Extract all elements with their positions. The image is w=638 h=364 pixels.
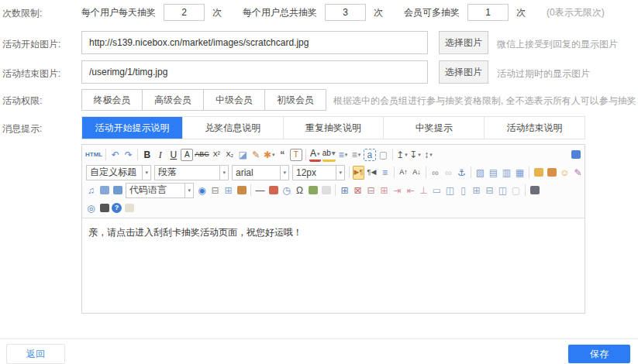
fullscreen-icon[interactable]	[570, 148, 581, 162]
iframe-icon[interactable]: ⊞	[222, 184, 234, 197]
split-cells-icon[interactable]: ⊞	[471, 184, 482, 197]
date-icon[interactable]	[267, 184, 279, 197]
bold-icon[interactable]: B	[141, 148, 153, 162]
message-tab-1[interactable]: 兑奖信息说明	[183, 117, 284, 139]
message-tab-0[interactable]: 活动开始提示说明	[82, 117, 183, 139]
daily-draw-input[interactable]	[164, 4, 205, 21]
delete-col-icon[interactable]: ⊥	[418, 184, 429, 197]
footer-bar: 返回 保存	[0, 338, 638, 364]
total-draw-input[interactable]	[325, 4, 366, 21]
image-center-icon[interactable]: ▦	[514, 166, 526, 180]
blockquote-icon[interactable]: “	[277, 148, 288, 162]
link-icon[interactable]: ∞	[429, 166, 441, 180]
message-tab-3[interactable]: 中奖提示	[384, 117, 485, 139]
insert-col-icon[interactable]: ⇥	[391, 184, 403, 197]
start-image-select-button[interactable]: 选择图片	[439, 31, 488, 54]
table-title-row-icon[interactable]: ⊞	[378, 184, 390, 197]
ltr-icon[interactable]: ▶¶	[353, 166, 364, 180]
page-doc-icon[interactable]: ▢	[510, 184, 522, 197]
insert-row-icon[interactable]: ⇤	[405, 184, 416, 197]
format-painter-icon[interactable]: ✎	[250, 148, 262, 162]
paragraph-spacing-icon[interactable]: ↧▾	[409, 148, 421, 162]
image-icon[interactable]	[533, 166, 544, 180]
horizontal-rule-icon[interactable]: —	[254, 184, 266, 197]
strikethrough-icon[interactable]: ABC	[195, 148, 209, 162]
anchor-icon[interactable]: ⚓	[456, 166, 467, 180]
unlink-icon[interactable]: ∞	[443, 166, 454, 180]
member-group-button-3[interactable]: 初级会员	[265, 89, 326, 111]
save-button[interactable]: 保存	[568, 345, 630, 363]
delete-table-icon[interactable]: ⊠	[352, 184, 364, 197]
help-icon[interactable]: ?	[112, 203, 122, 213]
insert-table-icon[interactable]: ⊞	[339, 184, 350, 197]
merge-right-icon[interactable]: ◫	[444, 184, 456, 197]
rtl-icon[interactable]: ¶◀	[366, 166, 378, 180]
preview-icon[interactable]: ◎	[85, 201, 97, 215]
redo-icon[interactable]: ↷	[122, 148, 134, 162]
char-border-icon[interactable]: A	[181, 149, 193, 161]
scrawl-icon[interactable]: ✎	[572, 166, 582, 180]
member-group-button-0[interactable]: 终极会员	[81, 89, 143, 111]
emotion-icon[interactable]: ☺	[559, 166, 571, 180]
member-group-button-2[interactable]: 中级会员	[204, 89, 265, 111]
code-language-select[interactable]: 代码语言▾	[126, 183, 194, 198]
font-color-icon[interactable]: A▾	[309, 148, 321, 162]
print-icon[interactable]	[529, 184, 540, 197]
split-row-icon[interactable]: ⊟	[484, 184, 495, 197]
chevron-down-icon: ▾	[418, 152, 421, 157]
page-break-icon[interactable]: ⊟	[209, 184, 221, 197]
table-caption-icon[interactable]: ⊟	[365, 184, 377, 197]
music-icon[interactable]: ♫	[85, 184, 97, 197]
italic-icon[interactable]: I	[154, 148, 166, 162]
highlight-color-icon[interactable]: ab▾	[322, 148, 336, 162]
blank-doc-icon[interactable]: ▢	[378, 148, 389, 162]
custom-title-select[interactable]: 自定义标题▾	[86, 165, 151, 180]
insert-video-icon[interactable]	[112, 184, 123, 197]
template-icon[interactable]	[320, 184, 332, 197]
line-height-icon[interactable]: ↕▾	[422, 148, 434, 162]
eraser-icon[interactable]: ◪	[237, 148, 249, 162]
unordered-list-icon[interactable]: ≡▾	[350, 148, 362, 162]
formula-icon[interactable]	[307, 184, 319, 197]
map-icon[interactable]: ◉	[196, 184, 208, 197]
end-image-select-button[interactable]: 选择图片	[439, 60, 488, 84]
paragraph-select[interactable]: 段落▾	[154, 165, 229, 180]
snapshot-icon[interactable]	[236, 184, 247, 197]
attachment-icon[interactable]	[98, 184, 110, 197]
message-tab-4[interactable]: 活动结束说明	[485, 117, 585, 139]
underline-icon[interactable]: U	[167, 148, 179, 162]
merge-cells-icon[interactable]: ▭	[431, 184, 443, 197]
insert-image-icon[interactable]	[546, 166, 557, 180]
fontsize-down-icon[interactable]: A↓	[411, 166, 422, 180]
back-button[interactable]: 返回	[6, 344, 65, 364]
font-family-select[interactable]: arial▾	[232, 165, 289, 180]
undo-icon[interactable]: ↶	[109, 148, 121, 162]
editor-content[interactable]: 亲，请点击进入刮刮卡抽奖活动页面，祝您好运哦！	[82, 218, 585, 246]
superscript-icon[interactable]: X²	[211, 148, 222, 162]
image-inline-icon[interactable]: ▤	[488, 166, 499, 180]
search-replace-icon[interactable]	[98, 201, 110, 215]
start-image-input[interactable]	[81, 31, 428, 54]
message-tab-2[interactable]: 重复抽奖说明	[284, 117, 385, 139]
end-image-input[interactable]	[81, 60, 428, 84]
image-float-right-icon[interactable]: ▥	[501, 166, 512, 180]
fontsize-up-icon[interactable]: A↑	[398, 166, 409, 180]
special-char-icon[interactable]: Ω	[294, 184, 305, 197]
paste-plain-text-icon[interactable]: T	[290, 149, 302, 161]
member-extra-draw-input[interactable]	[467, 4, 509, 21]
image-float-left-icon[interactable]: ▧	[474, 166, 486, 180]
source-code-icon[interactable]: HTML	[85, 148, 102, 162]
indent-icon[interactable]: ↥▾	[396, 148, 408, 162]
time-icon[interactable]: ◷	[281, 184, 292, 197]
auto-typeset-icon[interactable]: ✱▾	[264, 148, 275, 162]
merge-down-icon[interactable]: ▯	[457, 184, 469, 197]
anchor-text-icon[interactable]: a	[364, 149, 376, 161]
split-col-icon[interactable]: ◫	[497, 184, 509, 197]
paragraph-format-icon[interactable]: ≡	[379, 166, 391, 180]
end-image-row: 活动结束图片: 选择图片 活动过期时的显示图片	[0, 60, 638, 84]
member-group-button-1[interactable]: 高级会员	[143, 89, 204, 111]
paste-icon[interactable]	[123, 201, 135, 215]
font-size-select[interactable]: 12px▾	[292, 165, 345, 180]
subscript-icon[interactable]: X₂	[224, 148, 236, 162]
ordered-list-icon[interactable]: ≡▾	[337, 148, 349, 162]
